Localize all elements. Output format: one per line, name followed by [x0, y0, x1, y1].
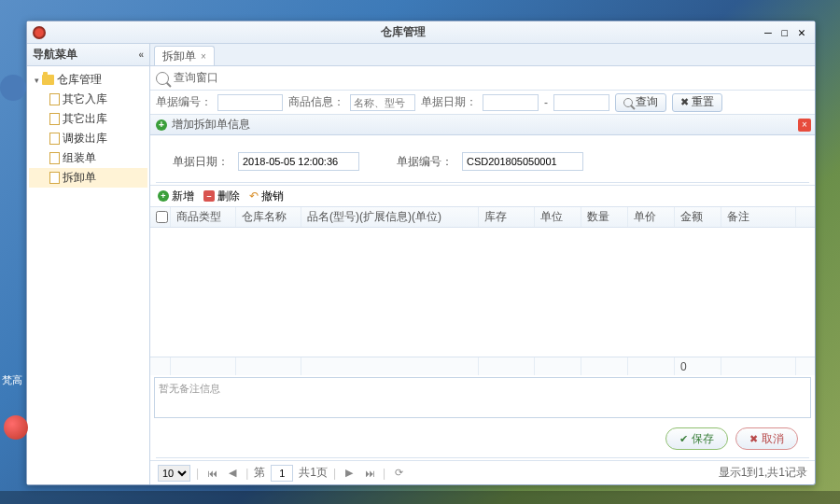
form-billno-input[interactable] [462, 152, 583, 171]
panel-header: + 增加拆卸单信息 × [150, 115, 815, 135]
tree-item-label: 调拨出库 [63, 131, 107, 147]
nav-tree: ▾ 仓库管理 其它入库其它出库调拨出库组装单拆卸单 [27, 66, 149, 191]
pager-last[interactable]: ⏭ [362, 466, 377, 481]
cancel-button[interactable]: ✖ 取消 [735, 427, 798, 450]
pager-page-label: 第 [254, 465, 265, 481]
filter-goods-label: 商品信息： [288, 94, 344, 110]
add-row-button[interactable]: +新增 [158, 189, 194, 204]
grid-col-6[interactable]: 数量 [581, 207, 628, 227]
date-sep: - [544, 96, 548, 109]
tree-item-3[interactable]: 组装单 [29, 148, 147, 168]
panel-title: 增加拆卸单信息 [172, 117, 250, 133]
grid-foot-7 [628, 357, 675, 375]
panel-close-icon[interactable]: × [798, 119, 811, 132]
tree-item-1[interactable]: 其它出库 [29, 109, 147, 129]
tree-item-label: 拆卸单 [63, 170, 96, 186]
grid-col-0[interactable] [150, 207, 171, 227]
grid-col-5[interactable]: 单位 [535, 207, 581, 227]
grid-action-bar: +新增 –删除 ↶撤销 [150, 185, 815, 207]
window-title: 仓库管理 [46, 24, 761, 40]
pager: 10 | ⏮ ◀ | 第 共1页 | ▶ ⏭ | ⟳ 显示1到1,共1记录 [150, 460, 815, 484]
grid-foot-5 [535, 357, 581, 375]
grid-col-2[interactable]: 仓库名称 [236, 207, 301, 227]
pager-summary: 显示1到1,共1记录 [719, 465, 807, 481]
tree-root[interactable]: ▾ 仓库管理 [29, 70, 147, 90]
folder-icon [42, 75, 54, 85]
filter-billno-label: 单据编号： [156, 94, 212, 110]
filter-date-label: 单据日期： [421, 94, 477, 110]
close-button[interactable]: ✕ [794, 26, 809, 39]
plus-icon: + [156, 119, 167, 131]
tree-item-label: 其它出库 [63, 111, 107, 127]
grid-body[interactable] [150, 228, 815, 357]
grid-col-1[interactable]: 商品类型 [171, 207, 236, 227]
tree-root-label: 仓库管理 [57, 72, 102, 88]
maximize-button[interactable]: ☐ [777, 26, 792, 39]
nav-header: 导航菜单 « [27, 44, 149, 66]
tree-item-label: 组装单 [63, 150, 96, 166]
avatar-icon [0, 75, 26, 101]
file-icon [49, 93, 60, 105]
expand-icon: ▾ [35, 76, 39, 85]
grid-foot-2 [236, 357, 301, 375]
page-size-select[interactable]: 10 [158, 465, 190, 482]
grid-foot-9 [721, 357, 796, 375]
form-area: 单据日期： 单据编号： [150, 135, 815, 180]
tree-item-2[interactable]: 调拨出库 [29, 129, 147, 148]
grid-foot-6 [581, 357, 628, 375]
grid-header: 商品类型仓库名称品名(型号)(扩展信息)(单位)库存单位数量单价金额备注 [150, 207, 815, 228]
grid-col-9[interactable]: 备注 [721, 207, 796, 227]
reset-button[interactable]: ✖ 重置 [672, 93, 722, 112]
pager-prev[interactable]: ◀ [225, 466, 240, 481]
filter-billno-input[interactable] [217, 94, 283, 111]
titlebar: 仓库管理 — ☐ ✕ [27, 21, 815, 44]
rail-shutdown[interactable] [4, 415, 28, 440]
pager-first[interactable]: ⏮ [204, 466, 219, 481]
grid-col-7[interactable]: 单价 [628, 207, 675, 227]
grid-col-4[interactable]: 库存 [479, 207, 535, 227]
filter-date-to[interactable] [553, 94, 609, 111]
app-icon [33, 26, 46, 39]
pager-total-pages: 共1页 [299, 465, 328, 481]
form-date-input[interactable] [238, 152, 359, 171]
search-window-label: 查询窗口 [174, 70, 218, 86]
filter-date-from[interactable] [483, 94, 539, 111]
pager-refresh[interactable]: ⟳ [391, 466, 406, 481]
delete-row-button[interactable]: –删除 [203, 189, 240, 204]
minimize-button[interactable]: — [761, 26, 776, 39]
file-icon [49, 113, 60, 125]
nav-panel: 导航菜单 « ▾ 仓库管理 其它入库其它出库调拨出库组装单拆卸单 [27, 44, 150, 484]
grid-col-3[interactable]: 品名(型号)(扩展信息)(单位) [301, 207, 479, 227]
power-icon [4, 415, 28, 440]
grid-col-8[interactable]: 金额 [675, 207, 721, 227]
tab-label: 拆卸单 [162, 49, 196, 64]
filter-bar: 单据编号： 商品信息： 单据日期： - 查询 ✖ 重置 [150, 91, 815, 115]
search-toolbar: 查询窗口 [150, 66, 815, 91]
grid-foot-4 [479, 357, 535, 375]
remark-textarea[interactable]: 暂无备注信息 [154, 377, 811, 418]
tree-item-4[interactable]: 拆卸单 [29, 168, 147, 188]
undo-button[interactable]: ↶撤销 [249, 189, 284, 204]
file-icon [49, 133, 60, 145]
collapse-icon[interactable]: « [138, 49, 144, 60]
save-button[interactable]: ✔ 保存 [665, 427, 728, 450]
search-button[interactable]: 查询 [615, 93, 666, 112]
form-buttons: ✔ 保存 ✖ 取消 [150, 422, 815, 455]
taskbar [0, 491, 840, 504]
file-icon [49, 172, 60, 184]
grid-foot-8: 0 [675, 357, 721, 375]
app-window: 仓库管理 — ☐ ✕ 导航菜单 « ▾ 仓库管理 其它入库其它出库调拨出库组装单… [26, 21, 816, 485]
tree-item-0[interactable]: 其它入库 [29, 90, 147, 109]
form-date-label: 单据日期： [173, 154, 229, 170]
pager-next[interactable]: ▶ [342, 466, 357, 481]
grid-foot-1 [171, 357, 236, 375]
rail-user[interactable] [0, 75, 26, 101]
tab-close-icon[interactable]: × [201, 51, 206, 62]
filter-goods-input[interactable] [350, 94, 415, 111]
tab-disassembly[interactable]: 拆卸单 × [154, 46, 215, 65]
data-grid: 商品类型仓库名称品名(型号)(扩展信息)(单位)库存单位数量单价金额备注 0 [150, 207, 815, 375]
pager-page-input[interactable] [271, 465, 293, 482]
select-all-checkbox[interactable] [156, 211, 168, 223]
nav-header-label: 导航菜单 [33, 47, 77, 63]
main-area: 拆卸单 × 查询窗口 单据编号： 商品信息： 单据日期： - 查询 ✖ 重置 [150, 44, 815, 484]
